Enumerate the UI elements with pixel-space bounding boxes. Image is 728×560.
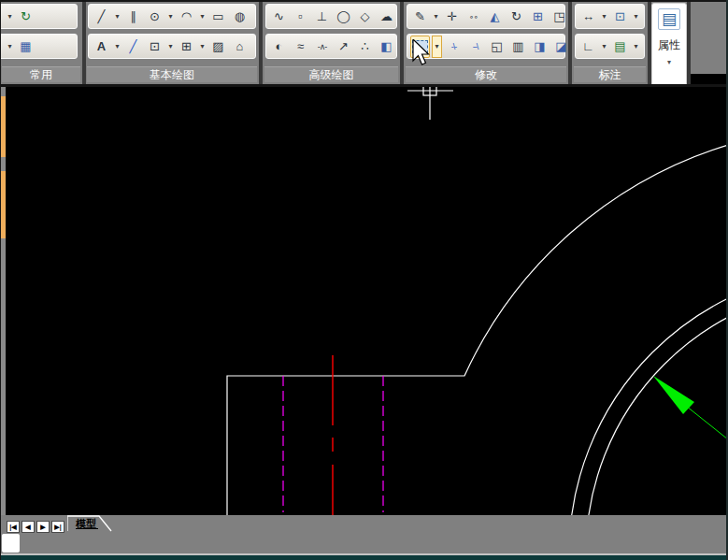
group-label: 标注: [574, 66, 646, 82]
ring-arc-1[interactable]: [569, 269, 728, 515]
dimstyle-button[interactable]: ⊡: [610, 6, 630, 28]
line-button[interactable]: ╱: [92, 6, 111, 28]
sketch-icon: ∴: [361, 39, 368, 53]
break-button[interactable]: --\: [465, 36, 485, 58]
region-button[interactable]: ◐: [269, 36, 289, 58]
revcloud-button[interactable]: ◍: [230, 6, 250, 28]
dropdown-arrow-icon[interactable]: ▾: [198, 36, 207, 57]
layout-tab-bar: |◀◀▶▶| 模型: [0, 515, 728, 553]
dropdown-arrow-icon[interactable]: ▾: [600, 36, 608, 57]
model-tab[interactable]: 模型: [67, 515, 114, 532]
display-button[interactable]: ▦: [16, 36, 36, 58]
dropdown-arrow-icon[interactable]: ▾: [432, 7, 440, 27]
copy-button[interactable]: ∘∘: [464, 6, 483, 28]
docked-panel-strip[interactable]: [1, 87, 6, 515]
drawing-canvas[interactable]: [0, 87, 728, 515]
circle-button[interactable]: ⊙: [145, 6, 164, 28]
array-button[interactable]: ⊞: [528, 6, 548, 28]
ordinate-button[interactable]: ∟: [578, 36, 598, 58]
point-button[interactable]: ▫: [291, 6, 310, 28]
pentagon-button[interactable]: ◇: [355, 6, 375, 28]
ribbon-group-基本绘图: ╱▾∥⊙▾◠▾▭◍A▾╱⊡▾⊞▾▨⌂基本绘图: [85, 0, 259, 84]
mirror-icon: ◭: [491, 9, 500, 23]
dropdown-arrow-icon[interactable]: ▾: [6, 7, 14, 27]
group-label: 修改: [406, 66, 566, 82]
segment-button[interactable]: ╱: [123, 36, 143, 58]
group-separator: [568, 0, 572, 84]
array-icon: ⊞: [533, 9, 543, 23]
insert-button[interactable]: ⊡: [145, 36, 164, 58]
move-icon: ✛: [447, 9, 457, 23]
dropdown-arrow-icon[interactable]: ▾: [166, 36, 175, 57]
prev-tab-button[interactable]: ◀: [21, 521, 35, 533]
spline-button[interactable]: ∿: [269, 6, 289, 28]
dock-strip-segment[interactable]: [1, 171, 6, 238]
sketch-button[interactable]: ∴: [355, 36, 375, 58]
first-tab-button[interactable]: |◀: [7, 521, 20, 533]
ellipse-icon: ◯: [336, 9, 350, 23]
rotate3d-button[interactable]: ◨: [530, 36, 550, 58]
polygon-button[interactable]: ⌂: [230, 36, 250, 58]
lengthen-icon: -\-: [451, 42, 457, 51]
chevron-down-icon[interactable]: ▾: [667, 58, 671, 66]
dropdown-arrow-icon[interactable]: ▾: [113, 36, 121, 57]
dropdown-arrow-icon[interactable]: ▾: [600, 7, 608, 27]
leader-line[interactable]: [689, 409, 728, 440]
axis-button[interactable]: ⊥: [312, 6, 332, 28]
application-window: ❐▾⧉▾↻◎▾⊟▾▦常用╱▾∥⊙▾◠▾▭◍A▾╱⊡▾⊞▾▨⌂基本绘图∿▫⊥◯◇☁…: [0, 0, 728, 560]
segment-icon: ╱: [130, 39, 137, 53]
multiline-button[interactable]: ≈: [291, 36, 310, 58]
part-profile-line[interactable]: [227, 145, 728, 515]
arrow-button[interactable]: ↗: [334, 36, 353, 58]
text-edit-icon: ▤: [614, 39, 625, 53]
redraw-button[interactable]: ↻: [16, 6, 36, 28]
leader-arrowhead[interactable]: [653, 376, 694, 414]
properties-label: 属性: [658, 37, 680, 53]
command-box[interactable]: [2, 534, 20, 553]
zigzag-button[interactable]: -∧-: [312, 36, 332, 58]
textedit-button[interactable]: ▤: [610, 36, 630, 58]
cloud-button[interactable]: ☁: [377, 6, 396, 28]
hatch-button[interactable]: ▨: [208, 36, 228, 58]
group-separator: [259, 0, 263, 84]
linear-dimension-icon: ↔: [582, 9, 594, 23]
parallel-button[interactable]: ∥: [123, 6, 143, 28]
ribbon-group-常用: ❐▾⧉▾↻◎▾⊟▾▦常用: [0, 0, 82, 84]
dropdown-arrow-icon[interactable]: ▾: [632, 7, 640, 27]
text-button[interactable]: A: [92, 36, 111, 58]
join-button[interactable]: ◪: [551, 36, 568, 58]
point-icon: ▫: [298, 9, 303, 23]
arc-button[interactable]: ◠: [177, 6, 196, 28]
table-button[interactable]: ⊞: [177, 36, 196, 58]
lengthen-button[interactable]: -\-: [444, 36, 464, 58]
join-icon: ◪: [555, 39, 566, 53]
erase-button[interactable]: ✎: [410, 6, 430, 28]
dropdown-arrow-icon[interactable]: ▾: [166, 7, 175, 27]
mouse-cursor-icon: [412, 39, 431, 67]
dropdown-arrow-icon[interactable]: ▾: [113, 7, 121, 27]
offset-icon: ◳: [553, 9, 564, 23]
rectangle-icon: ▭: [212, 9, 223, 23]
move-button[interactable]: ✛: [442, 6, 462, 28]
ring-arc-2[interactable]: [586, 286, 728, 515]
arrow-icon: ↗: [338, 39, 349, 53]
last-tab-button[interactable]: ▶|: [51, 521, 64, 533]
dimension-button[interactable]: ↔: [578, 6, 598, 28]
properties-button[interactable]: ▤ 属性 ▾: [651, 3, 687, 87]
dropdown-arrow-icon[interactable]: ▾: [6, 36, 14, 57]
dock-strip-segment[interactable]: [1, 96, 6, 157]
dropdown-arrow-icon[interactable]: ▾: [432, 36, 442, 58]
ellipse-button[interactable]: ◯: [334, 6, 353, 28]
multiline-icon: ≈: [297, 39, 304, 53]
wedge-button[interactable]: ◧: [377, 36, 396, 58]
dropdown-arrow-icon[interactable]: ▾: [198, 7, 207, 27]
next-tab-button[interactable]: ▶: [36, 521, 50, 533]
group-label: 高级绘图: [264, 66, 398, 82]
offset-button[interactable]: ◳: [550, 6, 568, 28]
scale-button[interactable]: ◱: [487, 36, 507, 58]
stretch-button[interactable]: ▥: [508, 36, 528, 58]
rectangle-button[interactable]: ▭: [208, 6, 228, 28]
dropdown-arrow-icon[interactable]: ▾: [632, 36, 640, 57]
rotate-button[interactable]: ↻: [507, 6, 526, 28]
mirror-button[interactable]: ◭: [485, 6, 505, 28]
